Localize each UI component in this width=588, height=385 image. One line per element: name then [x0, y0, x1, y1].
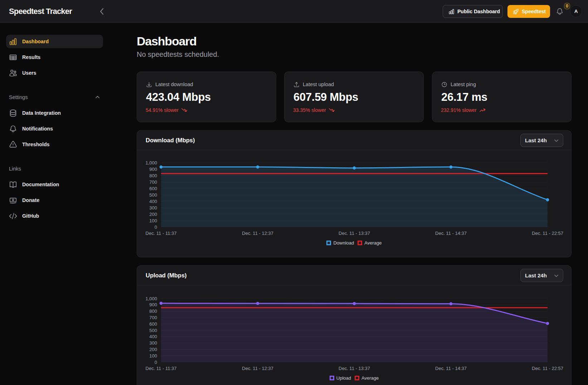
svg-text:600: 600	[149, 321, 157, 327]
svg-text:300: 300	[149, 205, 157, 211]
svg-text:Dec. 11 - 11:37: Dec. 11 - 11:37	[146, 366, 177, 371]
svg-text:900: 900	[149, 167, 157, 172]
svg-text:700: 700	[149, 315, 157, 320]
svg-text:Dec. 11 - 22:57: Dec. 11 - 22:57	[532, 231, 563, 236]
svg-text:Dec. 11 - 12:37: Dec. 11 - 12:37	[242, 231, 273, 236]
svg-text:100: 100	[149, 218, 157, 223]
svg-text:Dec. 11 - 13:37: Dec. 11 - 13:37	[339, 366, 370, 371]
svg-text:1,000: 1,000	[145, 296, 157, 301]
svg-text:500: 500	[149, 328, 157, 333]
svg-text:800: 800	[149, 309, 157, 314]
svg-text:Dec. 11 - 14:37: Dec. 11 - 14:37	[435, 231, 467, 236]
svg-text:0: 0	[155, 224, 157, 230]
svg-text:100: 100	[149, 353, 157, 359]
svg-text:700: 700	[149, 179, 157, 185]
svg-text:1,000: 1,000	[145, 160, 157, 166]
svg-text:Dec. 11 - 13:37: Dec. 11 - 13:37	[339, 231, 370, 236]
svg-text:Dec. 11 - 11:37: Dec. 11 - 11:37	[146, 231, 177, 236]
svg-text:400: 400	[149, 199, 157, 204]
svg-text:200: 200	[149, 212, 157, 217]
svg-text:500: 500	[149, 192, 157, 198]
svg-text:Dec. 11 - 12:37: Dec. 11 - 12:37	[242, 366, 273, 371]
svg-text:300: 300	[149, 340, 157, 346]
svg-text:800: 800	[149, 173, 157, 178]
svg-text:200: 200	[149, 347, 157, 352]
svg-text:400: 400	[149, 334, 157, 339]
svg-text:Dec. 11 - 14:37: Dec. 11 - 14:37	[435, 366, 467, 371]
svg-text:0: 0	[155, 360, 157, 365]
svg-text:900: 900	[149, 302, 157, 307]
svg-text:600: 600	[149, 186, 157, 191]
svg-text:Dec. 11 - 22:57: Dec. 11 - 22:57	[532, 366, 563, 371]
